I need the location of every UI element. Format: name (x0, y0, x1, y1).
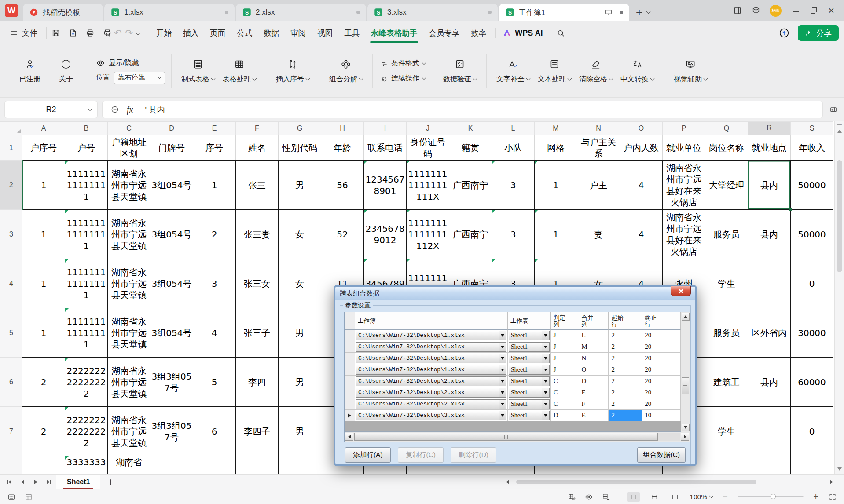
column-header-L[interactable]: L (492, 122, 535, 135)
keypad-icon[interactable] (7, 493, 16, 501)
cell-K1[interactable]: 籍贯 (449, 135, 492, 161)
split-handle[interactable]: — (835, 121, 844, 127)
cell-R1[interactable]: 就业地点 (748, 135, 791, 161)
add-row-button[interactable]: 添加行(A) (345, 447, 391, 463)
cell-J1[interactable]: 身份证号码 (407, 135, 449, 161)
cloud-upload-icon[interactable] (778, 27, 790, 39)
menu-tab-永峰表格助手[interactable]: 永峰表格助手 (365, 21, 423, 45)
end-row-cell[interactable]: 20 (642, 387, 681, 398)
column-header-D[interactable]: D (150, 122, 193, 135)
menu-tab-公式[interactable]: 公式 (231, 21, 258, 45)
cell-M2[interactable]: 1 (535, 161, 577, 210)
cell-Q6[interactable]: 建筑工 (705, 358, 748, 407)
last-sheet-button[interactable] (43, 476, 55, 488)
ribbon-button-连续操作[interactable]: 连续操作 (380, 74, 426, 83)
print-preview-button[interactable] (103, 28, 112, 38)
cell-N2[interactable]: 户主 (577, 161, 620, 210)
cell-B6[interactable]: 222222222222222 (65, 358, 108, 407)
cell-C1[interactable]: 户籍地址区划 (108, 135, 150, 161)
column-header-S[interactable]: S (791, 122, 833, 135)
cell-G5[interactable]: 男 (279, 308, 321, 358)
cell-H2[interactable]: 56 (321, 161, 364, 210)
cell-G1[interactable]: 性别代码 (279, 135, 321, 161)
workbook-dropdown[interactable]: C:\Users\Win7-32\Desktop\3.xlsx (356, 411, 506, 420)
position-dropdown[interactable]: 靠右停靠 (114, 72, 165, 84)
side-panel-icon[interactable] (733, 6, 742, 15)
start-row-cell[interactable]: 2 (609, 410, 642, 421)
minimize-button[interactable] (790, 6, 802, 16)
row-selector-cell[interactable] (345, 398, 355, 410)
document-tab-1[interactable]: 找稻壳模板 (23, 4, 103, 21)
cell-O2[interactable]: 4 (620, 161, 663, 210)
judge-column-cell[interactable]: C (551, 376, 579, 387)
dropdown-arrow-icon[interactable] (542, 331, 549, 340)
menu-tab-审阅[interactable]: 审阅 (285, 21, 312, 45)
cell-D2[interactable]: 3组054号 (150, 161, 193, 210)
dialog-scroll-down-button[interactable] (682, 424, 690, 431)
print-button[interactable] (85, 28, 95, 38)
end-row-cell[interactable]: 20 (642, 364, 681, 376)
column-header-M[interactable]: M (535, 122, 577, 135)
name-box[interactable]: R2 (4, 101, 98, 118)
cell-A3[interactable]: 1 (22, 210, 65, 259)
cell-D7[interactable]: 3组3组057号 (150, 407, 193, 456)
cell-B8[interactable]: 3333333 (65, 456, 108, 475)
cell-F2[interactable]: 张三 (236, 161, 279, 210)
cell-E7[interactable]: 6 (193, 407, 236, 456)
undo-button[interactable]: ↶ (114, 28, 122, 38)
cell-L3[interactable]: 3 (492, 210, 535, 259)
fullscreen-icon[interactable] (828, 493, 837, 501)
wps-ai-button[interactable]: WPS AI (495, 28, 549, 38)
workbook-dropdown[interactable]: C:\Users\Win7-32\Desktop\1.xlsx (356, 342, 506, 352)
cell-C5[interactable]: 湖南省永州市宁远县天堂镇 (108, 308, 150, 358)
cell-F3[interactable]: 张三妻 (236, 210, 279, 259)
dropdown-arrow-icon[interactable] (542, 388, 549, 397)
prev-sheet-button[interactable] (17, 476, 28, 488)
expand-formula-bar-icon[interactable] (829, 105, 838, 114)
cell-B2[interactable]: 111111111111111 (65, 161, 108, 210)
cell-E6[interactable]: 5 (193, 358, 236, 407)
judge-column-cell[interactable]: C (551, 398, 579, 410)
dialog-vertical-thumb[interactable] (682, 377, 689, 394)
column-header-I[interactable]: I (364, 122, 407, 135)
end-row-cell[interactable]: 20 (642, 376, 681, 387)
cell-C6[interactable]: 湖南省永州市宁远县天堂镇 (108, 358, 150, 407)
cell-S2[interactable]: 50000 (791, 161, 833, 210)
cell-R6[interactable]: 县内 (748, 358, 791, 407)
row-selector-cell[interactable] (345, 330, 355, 341)
zoom-in-button[interactable]: + (812, 492, 820, 502)
ribbon-button-中文转换[interactable]: 中文转换 (616, 57, 658, 86)
cell-O3[interactable]: 4 (620, 210, 663, 259)
new-tab-button[interactable]: + (636, 7, 642, 18)
cell-A5[interactable]: 1 (22, 308, 65, 358)
row-header-5[interactable]: 5 (0, 308, 22, 358)
fx-button[interactable]: fx (127, 105, 133, 115)
cell-A4[interactable]: 1 (22, 259, 65, 308)
cell-S3[interactable]: 50000 (791, 210, 833, 259)
worksheet-dropdown[interactable]: Sheet1 (509, 331, 550, 340)
cell-G2[interactable]: 男 (279, 161, 321, 210)
cell-B5[interactable]: 111111111111111 (65, 308, 108, 358)
cell-G3[interactable]: 女 (279, 210, 321, 259)
close-button[interactable]: × (826, 4, 837, 17)
cell-M1[interactable]: 网格 (535, 135, 577, 161)
cell-A8[interactable] (22, 456, 65, 475)
cell-J3[interactable]: 11111111111111112X (407, 210, 449, 259)
row-header-8[interactable]: 8 (0, 456, 22, 475)
zoom-out-button[interactable]: − (721, 492, 729, 502)
vertical-scrollbar-thumb[interactable] (837, 160, 842, 272)
merge-column-cell[interactable]: M (579, 341, 609, 353)
worksheet-dropdown[interactable]: Sheet1 (509, 365, 550, 375)
dialog-horizontal-scrollbar[interactable] (345, 432, 690, 442)
menu-tab-插入[interactable]: 插入 (177, 21, 204, 45)
cell-R4[interactable] (748, 259, 791, 308)
cell-J2[interactable]: 11111111111111111X (407, 161, 449, 210)
cell-S5[interactable]: 30000 (791, 308, 833, 358)
show-hide-button[interactable]: 显示/隐藏 (96, 58, 165, 68)
judge-column-cell[interactable]: J (551, 364, 579, 376)
cell-D3[interactable]: 3组054号 (150, 210, 193, 259)
zoom-formula-icon[interactable] (110, 105, 119, 114)
cell-I2[interactable]: 12345678901 (364, 161, 407, 210)
cell-R5[interactable]: 区外省内 (748, 308, 791, 358)
workbook-dropdown[interactable]: C:\Users\Win7-32\Desktop\1.xlsx (356, 354, 506, 363)
